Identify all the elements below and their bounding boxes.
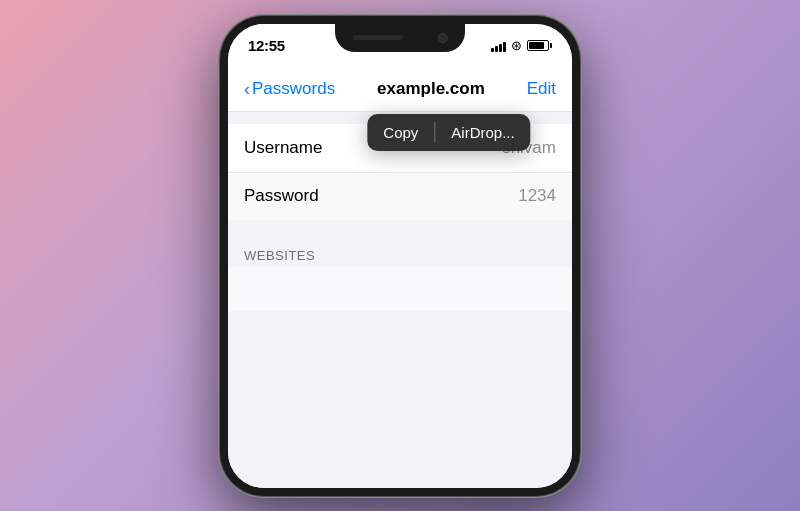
nav-bar: ‹ Passwords example.com Edit (228, 68, 572, 112)
password-row[interactable]: Password 1234 (228, 172, 572, 220)
phone-wrapper: 12:55 ⊛ (210, 11, 590, 501)
battery-fill (529, 42, 544, 49)
content-area: Username shivam Copy AirDrop... Password (228, 112, 572, 488)
edit-button[interactable]: Edit (527, 79, 556, 99)
copy-button[interactable]: Copy (367, 114, 434, 151)
websites-header: WEBSITES (228, 240, 572, 267)
signal-bar-1 (491, 48, 494, 52)
websites-row (228, 267, 572, 311)
airdrop-button[interactable]: AirDrop... (435, 114, 530, 151)
notch-camera (438, 33, 448, 43)
signal-bar-2 (495, 46, 498, 52)
status-time: 12:55 (248, 37, 285, 54)
phone-frame: 12:55 ⊛ (220, 16, 580, 496)
battery-body (527, 40, 549, 51)
context-menu: Copy AirDrop... (367, 114, 530, 151)
username-row[interactable]: Username shivam Copy AirDrop... (228, 124, 572, 172)
wifi-icon: ⊛ (511, 38, 522, 53)
chevron-left-icon: ‹ (244, 80, 250, 98)
back-button[interactable]: ‹ Passwords (244, 79, 335, 99)
status-right: ⊛ (491, 38, 552, 53)
password-value: 1234 (518, 186, 556, 206)
battery-icon (527, 40, 552, 51)
page-title: example.com (377, 79, 485, 99)
notch-speaker (353, 35, 403, 40)
status-left: 12:55 (248, 37, 285, 54)
screen: 12:55 ⊛ (228, 24, 572, 488)
signal-bar-3 (499, 44, 502, 52)
username-label: Username (244, 138, 322, 158)
password-label: Password (244, 186, 319, 206)
signal-bar-4 (503, 42, 506, 52)
status-bar: 12:55 ⊛ (228, 24, 572, 68)
back-label: Passwords (252, 79, 335, 99)
credentials-section: Username shivam Copy AirDrop... Password (228, 124, 572, 220)
notch (335, 24, 465, 52)
websites-section: WEBSITES (228, 240, 572, 311)
signal-icon (491, 40, 506, 52)
battery-tip (550, 43, 552, 48)
